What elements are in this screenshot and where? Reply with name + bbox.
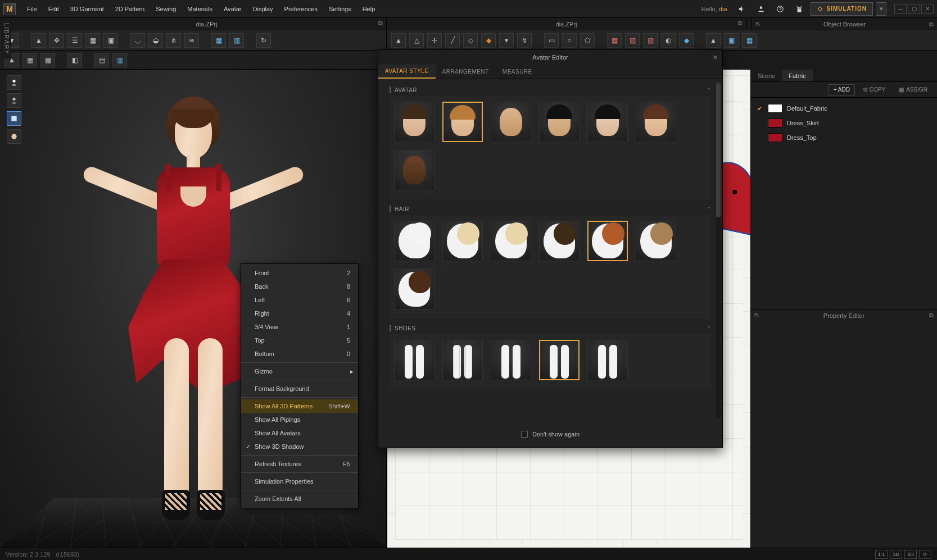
hair-thumb[interactable] (442, 221, 483, 261)
tab-arrangement[interactable]: ARRANGEMENT (436, 65, 496, 79)
fabric-row[interactable]: Dress_Top (755, 130, 933, 145)
scrollbar[interactable] (716, 83, 721, 417)
window-minimize[interactable]: — (894, 4, 907, 14)
show-internal-icon[interactable]: ▦ (22, 53, 37, 67)
menu-settings[interactable]: Settings (323, 0, 357, 18)
add-button[interactable]: + ADD (829, 84, 855, 95)
transform-mesh-icon[interactable]: ▣ (724, 33, 739, 48)
ctx-3-4-view[interactable]: 3/4 View1 (241, 320, 358, 334)
strain-map-icon[interactable]: ◧ (67, 53, 82, 67)
avatar-thumb[interactable] (491, 102, 531, 142)
avatar-face-toggle-icon[interactable] (7, 129, 21, 144)
shoes-thumb[interactable] (539, 340, 580, 380)
window-close[interactable]: ✕ (921, 4, 934, 14)
menu-2d-pattern[interactable]: 2D Pattern (110, 0, 151, 18)
tab-avatar-style[interactable]: AVATAR STYLE (378, 65, 436, 79)
hair-thumb[interactable] (491, 221, 531, 261)
user-icon[interactable] (753, 3, 769, 15)
window-maximize[interactable]: ▢ (908, 4, 920, 14)
hair-thumb[interactable] (587, 221, 628, 261)
tab-3d-doc[interactable]: dia.ZPrj⧉ (27, 18, 387, 30)
tab-measure[interactable]: MEASURE (496, 65, 539, 79)
show-mesh-icon[interactable]: ▩ (40, 53, 55, 67)
ctx-front[interactable]: Front2 (241, 266, 358, 280)
texture-tool-icon[interactable]: ▦ (85, 33, 100, 48)
avatar-thumb[interactable] (587, 102, 628, 142)
chevron-up-icon[interactable]: ⌃ (707, 87, 712, 93)
simulation-dropdown[interactable]: ▾ (876, 2, 886, 16)
viewport-3d[interactable]: Front2Back8Left6Right43/4 View1Top5Botto… (0, 70, 387, 548)
chevron-up-icon[interactable]: ⌃ (707, 206, 712, 212)
menu-sewing[interactable]: Sewing (150, 0, 182, 18)
polygon-icon[interactable]: ⬠ (580, 33, 595, 48)
avatar-xray-toggle-icon[interactable] (7, 111, 21, 126)
menu-display[interactable]: Display (247, 0, 279, 18)
pattern-point[interactable] (732, 190, 737, 194)
shade-thick-icon[interactable]: ▥ (112, 53, 127, 67)
circle-icon[interactable]: ○ (562, 33, 577, 48)
arrange-box-icon[interactable]: ▦ (211, 33, 226, 48)
ctx-format-background[interactable]: Format Background (241, 382, 358, 395)
pin-tool-icon[interactable]: ◡ (130, 33, 145, 48)
avatar-thumb[interactable] (394, 150, 434, 190)
show-sewing-icon[interactable]: ◐ (661, 33, 676, 48)
mode-3d[interactable]: 3D (890, 550, 902, 559)
menu-file[interactable]: File (21, 0, 43, 18)
avatar-thumb[interactable] (636, 102, 676, 142)
select-tool-icon[interactable]: ▲ (31, 33, 46, 48)
animation-icon[interactable]: ↻ (256, 33, 271, 48)
internal-poly-icon[interactable]: ◇ (463, 33, 478, 48)
hair-thumb[interactable] (636, 221, 676, 261)
fabric-row[interactable]: ✔Default_Fabric (755, 101, 933, 116)
shoes-thumb[interactable] (394, 340, 434, 380)
edit-pattern-icon[interactable]: ▲ (391, 33, 406, 48)
tab-2d-doc[interactable]: dia.ZPrj⧉ (387, 18, 746, 30)
arrange-cyl-icon[interactable]: ▥ (229, 33, 244, 48)
tack-tool-icon[interactable]: ◒ (148, 33, 163, 48)
ctx-show-3d-shadow[interactable]: ✓Show 3D Shadow (241, 440, 358, 453)
hair-thumb[interactable] (539, 221, 580, 261)
menu-avatar[interactable]: Avatar (218, 0, 247, 18)
sync-icon[interactable]: ◆ (679, 33, 694, 48)
library-sidebar-tab[interactable]: LIBRARY (1, 19, 11, 58)
ctx-show-all-3d-patterns[interactable]: Show All 3D PatternsShift+W (241, 399, 358, 413)
section-avatar-header[interactable]: AVATAR⌃ (390, 84, 711, 96)
ctx-top[interactable]: Top5 (241, 334, 358, 347)
assign-button[interactable]: ▦ ASSIGN (894, 84, 933, 95)
expand-icon[interactable]: ⇱ (754, 312, 759, 319)
sewing-edit-icon[interactable]: ▦ (607, 33, 622, 48)
mode-2d[interactable]: 2D (904, 550, 917, 559)
menu-help[interactable]: Help (357, 0, 381, 18)
avatar-editor-titlebar[interactable]: Avatar Editor ✕ (378, 50, 722, 65)
shoes-thumb[interactable] (491, 340, 531, 380)
fold-tool-icon[interactable]: ≋ (184, 33, 199, 48)
ctx-simulation-properties[interactable]: Simulation Properties (241, 475, 358, 488)
dont-show-checkbox[interactable] (521, 431, 528, 438)
store-icon[interactable] (791, 3, 807, 15)
internal-line-icon[interactable]: ╱ (445, 33, 460, 48)
mode-1to1[interactable]: 1:1 (875, 550, 888, 559)
shade-smooth-icon[interactable]: ▤ (94, 53, 109, 67)
section-shoes-header[interactable]: SHOES⌃ (390, 322, 711, 334)
ctx-refresh-textures[interactable]: Refresh TexturesF5 (241, 457, 358, 471)
edit-curve-icon[interactable]: △ (409, 33, 424, 48)
popout-icon[interactable]: ⧉ (929, 21, 934, 28)
notch-icon[interactable]: ▾ (499, 33, 514, 48)
volume-icon[interactable] (734, 3, 750, 15)
help-icon[interactable] (772, 3, 788, 15)
popout-icon[interactable]: ⧉ (378, 20, 383, 27)
ctx-gizmo[interactable]: Gizmo▸ (241, 365, 358, 378)
mesh-grid-icon[interactable]: ▦ (742, 33, 757, 48)
shirt-tool-icon[interactable]: ▣ (103, 33, 118, 48)
copy-button[interactable]: ⧉ COPY (858, 84, 890, 95)
free-sewing-icon[interactable]: ▧ (643, 33, 658, 48)
menu-edit[interactable]: Edit (43, 0, 65, 18)
popout-icon[interactable]: ⧉ (929, 312, 934, 319)
scrollbar-thumb[interactable] (716, 83, 721, 217)
ctx-show-all-avatars[interactable]: Show All Avatars (241, 426, 358, 440)
ctx-right[interactable]: Right4 (241, 307, 358, 320)
popout-icon[interactable]: ⧉ (738, 20, 743, 27)
section-hair-header[interactable]: HAIR⌃ (390, 203, 711, 215)
segment-sewing-icon[interactable]: ▨ (625, 33, 640, 48)
shoes-thumb[interactable] (442, 340, 483, 380)
